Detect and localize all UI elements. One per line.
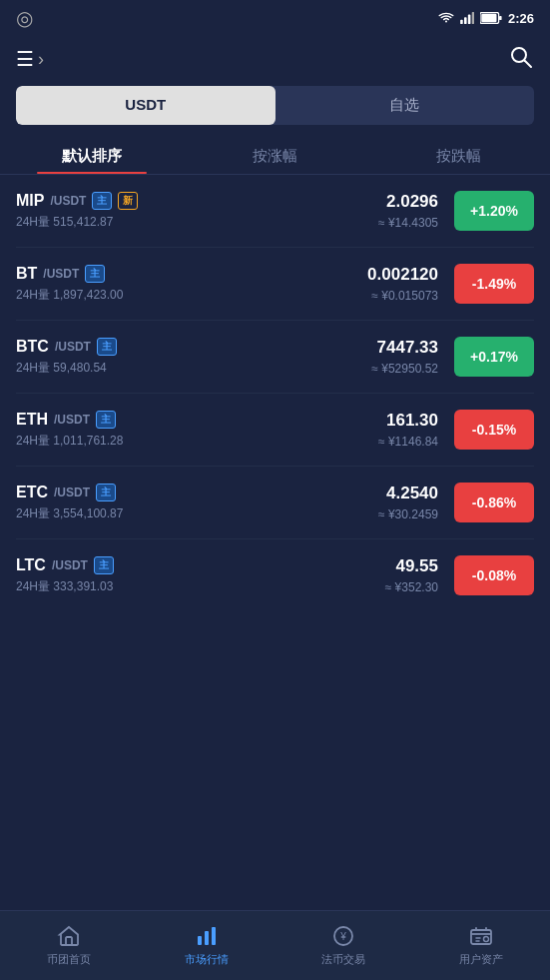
header: ☰ › [0,36,550,86]
pair-base: BTC [16,338,49,356]
pair-name: MIP/USDT 主新 [16,192,138,210]
change-button[interactable]: -0.08% [454,555,534,595]
market-list: MIP/USDT 主新 24H量 515,412.87 2.0296 ≈ ¥14… [0,175,550,611]
nav-assets[interactable]: 用户资产 [412,911,550,980]
item-center: 7447.33 ≈ ¥52950.52 [117,338,454,376]
item-right: +0.17% [454,337,534,377]
assets-icon [469,924,493,948]
tab-watchlist[interactable]: 自选 [275,86,535,125]
sort-tabs: 默认排序 按涨幅 按跌幅 [0,137,550,175]
volume: 24H量 1,897,423.00 [16,287,123,304]
price: 4.2540 [386,484,438,503]
change-button[interactable]: -1.49% [454,264,534,304]
item-right: -0.15% [454,410,534,450]
search-icon[interactable] [508,44,534,74]
market-item[interactable]: BTC/USDT 主 24H量 59,480.54 7447.33 ≈ ¥529… [16,321,534,394]
cny-price: ≈ ¥1146.84 [378,435,438,449]
price: 7447.33 [377,338,438,358]
cny-price: ≈ ¥352.30 [385,580,438,594]
change-button[interactable]: +0.17% [454,337,534,377]
badge-main: 主 [92,192,112,210]
svg-rect-3 [472,12,474,24]
market-item[interactable]: BT/USDT 主 24H量 1,897,423.00 0.002120 ≈ ¥… [16,248,534,321]
svg-rect-12 [212,927,216,945]
badge-main: 主 [85,265,105,283]
item-center: 4.2540 ≈ ¥30.2459 [123,484,454,521]
svg-rect-0 [460,20,463,24]
svg-rect-9 [66,937,72,945]
pair-name: ETC/USDT 主 [16,484,123,501]
status-logo: ◎ [16,6,33,30]
svg-text:¥: ¥ [340,931,347,942]
pair-quote: /USDT [52,558,88,572]
svg-rect-6 [481,14,496,22]
svg-point-16 [484,937,489,942]
volume: 24H量 59,480.54 [16,360,117,377]
pair-quote: /USDT [54,413,90,427]
menu-area[interactable]: ☰ › [16,49,44,70]
volume: 24H量 3,554,100.87 [16,505,123,522]
badge-main: 主 [97,338,117,356]
nav-market-label: 市场行情 [185,952,229,967]
pair-base: LTC [16,556,46,574]
menu-icon[interactable]: ☰ [16,49,34,69]
item-right: -0.86% [454,483,534,522]
nav-fiat[interactable]: ¥ 法币交易 [275,911,413,980]
svg-rect-11 [205,931,209,945]
battery-icon [480,12,502,24]
sort-rise[interactable]: 按涨幅 [184,137,367,174]
price: 161.30 [386,411,438,431]
pair-base: ETH [16,411,48,429]
change-button[interactable]: -0.15% [454,410,534,450]
pair-quote: /USDT [54,486,90,499]
pair-base: MIP [16,192,44,210]
item-left: MIP/USDT 主新 24H量 515,412.87 [16,192,138,231]
arrow-icon: › [38,49,44,70]
nav-assets-label: 用户资产 [459,952,503,967]
pair-base: BT [16,265,37,283]
sort-default[interactable]: 默认排序 [0,137,184,174]
item-center: 161.30 ≈ ¥1146.84 [123,411,454,449]
nav-home[interactable]: 币团首页 [0,911,138,980]
pair-name: BT/USDT 主 [16,265,123,283]
pair-name: LTC/USDT 主 [16,556,114,574]
cny-price: ≈ ¥30.2459 [378,507,438,521]
svg-rect-5 [499,16,502,20]
change-button[interactable]: -0.86% [454,483,534,522]
volume: 24H量 333,391.03 [16,578,114,595]
market-item[interactable]: ETH/USDT 主 24H量 1,011,761.28 161.30 ≈ ¥1… [16,394,534,467]
home-icon [57,924,81,948]
price: 49.55 [395,556,438,576]
price: 0.002120 [367,265,438,285]
pair-name: ETH/USDT 主 [16,411,123,429]
fiat-icon: ¥ [331,924,355,948]
market-item[interactable]: MIP/USDT 主新 24H量 515,412.87 2.0296 ≈ ¥14… [16,175,534,248]
pair-base: ETC [16,484,48,501]
price: 2.0296 [386,192,438,212]
change-button[interactable]: +1.20% [454,191,534,231]
market-item[interactable]: LTC/USDT 主 24H量 333,391.03 49.55 ≈ ¥352.… [16,539,534,611]
pair-quote: /USDT [55,340,91,354]
tab-usdt[interactable]: USDT [16,86,275,125]
signal-icon [460,12,474,24]
badge-main: 主 [96,484,116,501]
nav-market[interactable]: 市场行情 [138,911,275,980]
item-left: BT/USDT 主 24H量 1,897,423.00 [16,265,123,304]
nav-home-label: 币团首页 [47,952,91,967]
item-center: 0.002120 ≈ ¥0.015073 [123,265,454,303]
market-item[interactable]: ETC/USDT 主 24H量 3,554,100.87 4.2540 ≈ ¥3… [16,467,534,539]
item-right: -1.49% [454,264,534,304]
svg-line-8 [525,61,532,68]
item-center: 2.0296 ≈ ¥14.4305 [138,192,454,230]
svg-rect-2 [468,15,471,24]
main-tabs: USDT 自选 [16,86,534,125]
item-left: ETH/USDT 主 24H量 1,011,761.28 [16,411,123,450]
sort-fall[interactable]: 按跌幅 [366,137,550,174]
wifi-icon [438,12,454,24]
chart-icon [195,924,219,948]
item-right: -0.08% [454,555,534,595]
pair-name: BTC/USDT 主 [16,338,117,356]
nav-fiat-label: 法币交易 [321,952,365,967]
status-right: 2:26 [438,11,534,26]
badge-main: 主 [94,556,114,574]
